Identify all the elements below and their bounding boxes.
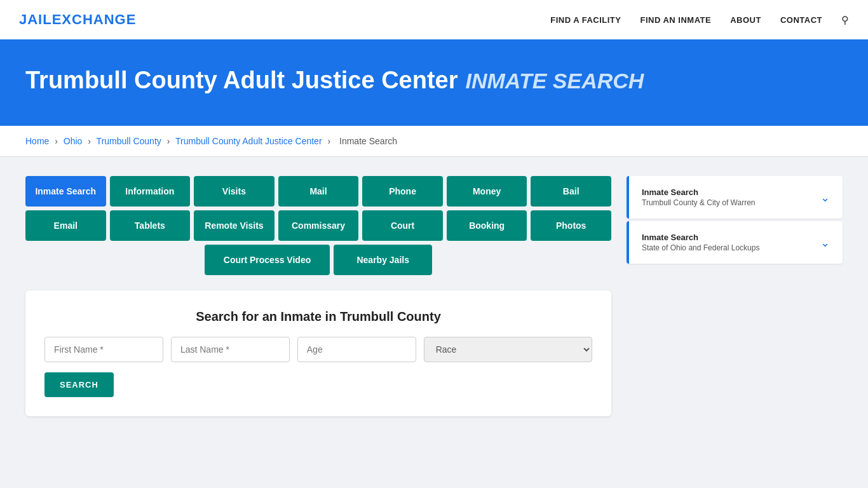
search-icon[interactable]: ⚲: [841, 14, 849, 26]
tab-tablets[interactable]: Tablets: [110, 210, 191, 241]
sidebar-card-trumbull-title: Inmate Search: [642, 187, 756, 197]
tab-bail[interactable]: Bail: [531, 176, 611, 207]
tab-inmate-search[interactable]: Inmate Search: [25, 176, 106, 207]
tab-photos[interactable]: Photos: [531, 210, 611, 241]
nav-about[interactable]: ABOUT: [730, 15, 761, 25]
tab-nearby-jails[interactable]: Nearby Jails: [334, 245, 432, 275]
breadcrumb-current: Inmate Search: [339, 136, 397, 146]
chevron-down-icon-2: ⌄: [820, 236, 830, 250]
tab-commissary[interactable]: Commissary: [278, 210, 359, 241]
first-name-input[interactable]: [44, 337, 163, 362]
search-button[interactable]: SEARCH: [44, 372, 114, 397]
tabs-row-3: Court Process Video Nearby Jails: [25, 245, 611, 275]
logo-part1: JAIL: [19, 11, 52, 27]
tabs-row-2: Email Tablets Remote Visits Commissary C…: [25, 210, 611, 241]
tab-information[interactable]: Information: [110, 176, 191, 207]
breadcrumb-trumbull-county[interactable]: Trumbull County: [97, 136, 161, 146]
breadcrumb-ohio[interactable]: Ohio: [64, 136, 83, 146]
hero-section: Trumbull County Adult Justice CenterINMA…: [0, 41, 868, 126]
logo-part2: EXCHANGE: [52, 11, 137, 27]
sidebar-card-trumbull: Inmate Search Trumbull County & City of …: [627, 176, 843, 219]
age-input[interactable]: [297, 337, 416, 362]
nav-find-inmate[interactable]: FIND AN INMATE: [640, 15, 711, 25]
chevron-down-icon: ⌄: [820, 191, 830, 205]
sidebar: Inmate Search Trumbull County & City of …: [627, 176, 843, 266]
tab-mail[interactable]: Mail: [278, 176, 359, 207]
sidebar-card-trumbull-subtitle: Trumbull County & City of Warren: [642, 198, 756, 207]
tab-booking[interactable]: Booking: [447, 210, 527, 241]
breadcrumb-facility[interactable]: Trumbull County Adult Justice Center: [175, 136, 322, 146]
tab-remote-visits[interactable]: Remote Visits: [194, 210, 275, 241]
sidebar-card-ohio-title: Inmate Search: [642, 233, 759, 242]
navbar: JAILEXCHANGE FIND A FACILITY FIND AN INM…: [0, 0, 868, 41]
search-form-card: Search for an Inmate in Trumbull County …: [25, 290, 611, 416]
sidebar-card-trumbull-header[interactable]: Inmate Search Trumbull County & City of …: [627, 176, 843, 219]
search-form-title: Search for an Inmate in Trumbull County: [44, 309, 592, 324]
breadcrumb-home[interactable]: Home: [25, 136, 49, 146]
main-content: Inmate Search Information Visits Mail Ph…: [0, 157, 868, 435]
form-row-inputs: Race White Black Hispanic Asian Other: [44, 337, 592, 362]
site-logo[interactable]: JAILEXCHANGE: [19, 11, 136, 28]
page-title: Trumbull County Adult Justice CenterINMA…: [25, 67, 843, 94]
nav-find-facility[interactable]: FIND A FACILITY: [550, 15, 621, 25]
tab-visits[interactable]: Visits: [194, 176, 275, 207]
sidebar-card-ohio-header[interactable]: Inmate Search State of Ohio and Federal …: [627, 221, 843, 264]
tab-money[interactable]: Money: [447, 176, 527, 207]
tabs-row-1: Inmate Search Information Visits Mail Ph…: [25, 176, 611, 207]
sidebar-card-ohio-subtitle: State of Ohio and Federal Lockups: [642, 243, 759, 252]
tab-email[interactable]: Email: [25, 210, 106, 241]
sidebar-card-ohio: Inmate Search State of Ohio and Federal …: [627, 221, 843, 264]
tab-court[interactable]: Court: [362, 210, 443, 241]
tab-court-process-video[interactable]: Court Process Video: [205, 245, 330, 275]
breadcrumb: Home › Ohio › Trumbull County › Trumbull…: [0, 126, 868, 157]
tab-phone[interactable]: Phone: [362, 176, 443, 207]
nav-links: FIND A FACILITY FIND AN INMATE ABOUT CON…: [550, 14, 849, 26]
last-name-input[interactable]: [171, 337, 290, 362]
race-select[interactable]: Race White Black Hispanic Asian Other: [424, 337, 592, 362]
content-area: Inmate Search Information Visits Mail Ph…: [25, 176, 611, 416]
nav-contact[interactable]: CONTACT: [780, 15, 822, 25]
